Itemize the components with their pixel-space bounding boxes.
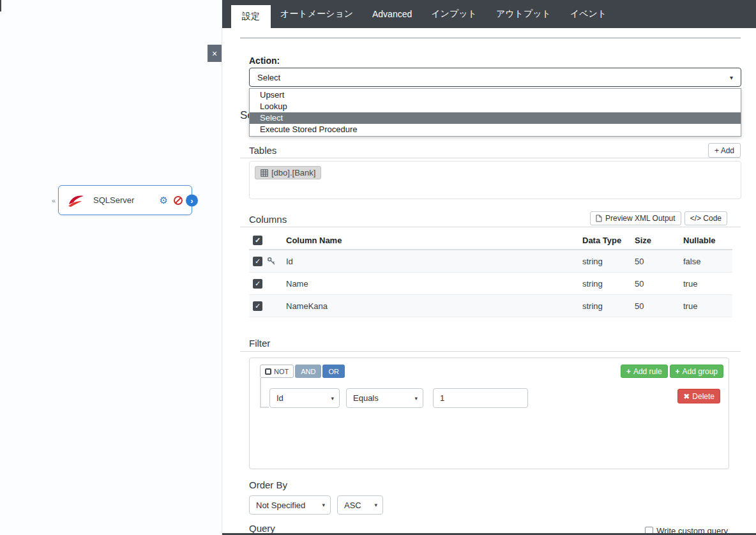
divider <box>240 351 741 352</box>
filter-rule: Id ▾ Equals ▾ <box>269 388 528 408</box>
data-type-cell: string <box>582 279 635 289</box>
row-checkbox[interactable]: ✓ <box>253 257 262 266</box>
and-toggle[interactable]: AND <box>295 365 321 378</box>
data-type-cell: string <box>582 301 635 311</box>
builder-connector <box>260 378 261 408</box>
filter-title: Filter <box>249 338 270 349</box>
column-name-cell: NameKana <box>286 301 582 311</box>
node-label: SQLServer <box>93 195 134 205</box>
tab-bar: 設定 オートメーション Advanced インプット アウトプット イベント <box>222 0 756 28</box>
nullable-cell: false <box>683 257 732 266</box>
add-table-button[interactable]: + Add <box>708 143 741 158</box>
columns-title: Columns <box>249 214 287 225</box>
rule-value-input[interactable] <box>433 388 528 408</box>
chevron-down-icon: ▾ <box>730 74 733 81</box>
tab-automation[interactable]: オートメーション <box>271 0 363 28</box>
plus-icon: + <box>676 367 680 376</box>
gear-icon[interactable]: ⚙ <box>160 195 168 205</box>
add-rule-label: Add rule <box>633 367 662 376</box>
node-tail-icon: « <box>52 197 56 204</box>
rule-operator-value: Equals <box>353 393 379 403</box>
add-group-label: Add group <box>683 367 718 376</box>
rule-field-select[interactable]: Id ▾ <box>269 388 340 408</box>
action-select[interactable]: Select ▾ <box>249 68 741 87</box>
not-checkbox[interactable] <box>265 368 271 375</box>
group-condition-toggles: NOT AND OR <box>260 365 345 378</box>
column-name-header: Column Name <box>286 236 582 245</box>
table-row: ✓ Id string 50 false <box>249 250 732 273</box>
size-cell: 50 <box>635 279 683 289</box>
preview-xml-output-button[interactable]: Preview XML Output <box>590 211 681 225</box>
builder-connector <box>260 407 269 408</box>
tab-events[interactable]: イベント <box>561 0 616 28</box>
menu-option-execute-stored-procedure[interactable]: Execute Stored Procedure <box>250 124 741 135</box>
column-name-cell: Id <box>286 257 582 266</box>
divider <box>240 158 741 158</box>
tables-title: Tables <box>249 145 276 156</box>
table-chip[interactable]: [dbo].[Bank] <box>255 166 321 179</box>
rule-operator-select[interactable]: Equals ▾ <box>346 388 423 408</box>
data-type-cell: string <box>582 257 635 266</box>
table-row: ✓ Name string 50 true <box>249 273 732 295</box>
table-chip-label: [dbo].[Bank] <box>271 168 315 177</box>
delete-rule-button[interactable]: ✖ Delete <box>677 389 720 403</box>
menu-option-select[interactable]: Select <box>250 112 741 124</box>
filter-query-builder: NOT AND OR + Add rule + Add group Id ▾ E… <box>249 358 729 469</box>
sqlserver-node[interactable]: « SQLServer ⚙ › <box>58 185 192 215</box>
menu-option-upsert[interactable]: Upsert <box>250 89 741 101</box>
plus-icon: + <box>626 367 631 376</box>
order-by-title: Order By <box>249 479 287 490</box>
nullable-header: Nullable <box>683 236 732 245</box>
action-select-value: Select <box>257 73 280 82</box>
tables-box: [dbo].[Bank] <box>249 161 741 199</box>
disable-icon[interactable] <box>174 196 183 205</box>
x-icon: ✖ <box>683 392 690 401</box>
table-row: ✓ NameKana string 50 true <box>249 295 732 317</box>
add-rule-button[interactable]: + Add rule <box>621 365 668 378</box>
design-canvas[interactable]: « SQLServer ⚙ › <box>0 0 222 535</box>
delete-label: Delete <box>692 392 714 401</box>
order-direction-select[interactable]: ASC ▾ <box>337 495 383 515</box>
action-label: Action: <box>249 56 280 66</box>
size-header: Size <box>635 236 683 245</box>
or-toggle[interactable]: OR <box>322 365 345 378</box>
query-title: Query <box>249 523 275 534</box>
nullable-cell: true <box>683 301 732 311</box>
nullable-cell: true <box>683 279 732 289</box>
chevron-down-icon: ▾ <box>374 502 377 508</box>
chevron-down-icon: ▾ <box>331 395 334 402</box>
columns-table: ✓ Column Name Data Type Size Nullable ✓ … <box>249 231 732 317</box>
row-checkbox[interactable]: ✓ <box>253 279 262 289</box>
code-button-label: </> Code <box>690 214 722 223</box>
code-button[interactable]: </> Code <box>684 211 727 225</box>
chevron-down-icon: ▾ <box>414 395 418 402</box>
add-group-button[interactable]: + Add group <box>670 365 723 378</box>
tab-advanced[interactable]: Advanced <box>363 0 421 28</box>
order-direction-value: ASC <box>344 501 361 510</box>
divider <box>240 38 741 38</box>
tab-input[interactable]: インプット <box>421 0 487 28</box>
table-grid-icon <box>261 169 268 177</box>
corner-tick <box>0 0 1 11</box>
size-cell: 50 <box>635 257 683 266</box>
order-by-field-select[interactable]: Not Specified ▾ <box>249 495 331 515</box>
data-type-header: Data Type <box>582 236 635 245</box>
preview-xml-output-label: Preview XML Output <box>605 214 676 223</box>
chevron-down-icon: ▾ <box>322 502 325 508</box>
node-expand-button[interactable]: › <box>186 194 198 206</box>
select-all-checkbox[interactable]: ✓ <box>253 236 262 245</box>
tab-settings[interactable]: 設定 <box>231 5 271 28</box>
not-toggle[interactable]: NOT <box>260 365 294 378</box>
divider <box>240 227 741 227</box>
menu-option-lookup[interactable]: Lookup <box>250 101 741 112</box>
column-name-cell: Name <box>286 279 582 289</box>
tab-output[interactable]: アウトプット <box>487 0 561 28</box>
document-icon <box>596 215 602 222</box>
rule-field-value: Id <box>276 393 284 403</box>
row-checkbox[interactable]: ✓ <box>253 301 262 311</box>
chevron-right-icon: › <box>190 195 193 205</box>
connector-logo-icon <box>66 193 86 207</box>
panel-close-button[interactable]: × <box>208 45 222 62</box>
key-icon <box>267 257 286 266</box>
action-select-menu: Upsert Lookup Select Execute Stored Proc… <box>249 88 741 137</box>
